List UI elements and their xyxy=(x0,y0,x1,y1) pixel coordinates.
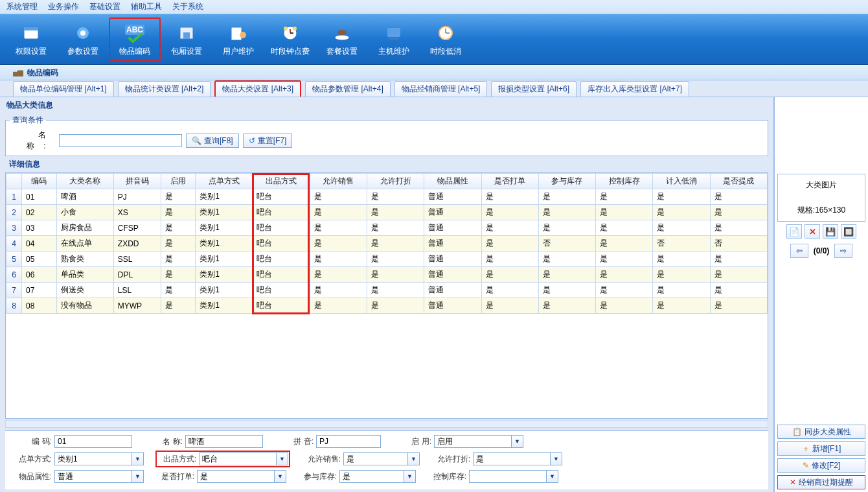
ribbon-lowtime[interactable]: 时段低消 xyxy=(420,18,472,62)
svg-point-3 xyxy=(80,30,86,36)
svg-point-9 xyxy=(240,32,246,38)
room-icon xyxy=(176,22,198,44)
ribbon-package[interactable]: 套餐设置 xyxy=(316,18,368,62)
abc-icon: ABC xyxy=(124,22,146,44)
ribbon-room[interactable]: 包厢设置 xyxy=(161,18,212,62)
menu-system[interactable]: 系统管理 xyxy=(3,0,41,14)
tab-6[interactable]: 库存出入库类型设置 [Alt+7] xyxy=(580,81,689,97)
ribbon-host[interactable]: 主机维护 xyxy=(368,18,420,62)
svg-point-17 xyxy=(337,30,347,35)
tab-2[interactable]: 物品大类设置 [Alt+3] xyxy=(214,80,301,97)
svg-rect-19 xyxy=(389,38,399,40)
menu-tools[interactable]: 辅助工具 xyxy=(127,0,166,14)
page-title: 物品编码 xyxy=(27,67,58,78)
tab-0[interactable]: 物品单位编码管理 [Alt+1] xyxy=(13,81,114,97)
menu-about[interactable]: 关于系统 xyxy=(168,0,207,14)
ribbon-auth[interactable]: 权限设置 xyxy=(5,18,57,62)
ribbon-abc[interactable]: ABC物品编码 xyxy=(109,18,161,62)
menubar: 系统管理 业务操作 基础设置 辅助工具 关于系统 xyxy=(0,0,868,14)
svg-point-16 xyxy=(335,35,349,40)
tab-1[interactable]: 物品统计类设置 [Alt+2] xyxy=(118,81,211,97)
tabbar: 物品单位编码管理 [Alt+1]物品统计类设置 [Alt+2]物品大类设置 [A… xyxy=(0,80,868,97)
host-icon xyxy=(383,22,405,44)
user-icon xyxy=(227,22,249,44)
svg-point-14 xyxy=(284,27,288,30)
lowtime-icon xyxy=(435,22,457,44)
auth-icon xyxy=(20,22,42,44)
tab-3[interactable]: 物品参数管理 [Alt+4] xyxy=(305,81,391,97)
svg-rect-7 xyxy=(183,32,190,39)
ribbon: 权限设置参数设置ABC物品编码包厢设置用户维护时段钟点费套餐设置主机维护时段低消 xyxy=(0,14,868,65)
page-title-bar: 物品编码 xyxy=(0,65,868,80)
clock-icon xyxy=(279,22,301,44)
tab-5[interactable]: 报损类型设置 [Alt+6] xyxy=(491,81,577,97)
ribbon-user[interactable]: 用户维护 xyxy=(212,18,264,62)
svg-rect-18 xyxy=(387,28,400,37)
svg-rect-1 xyxy=(24,27,38,30)
tab-4[interactable]: 物品经销商管理 [Alt+5] xyxy=(394,81,488,97)
svg-point-15 xyxy=(293,27,297,30)
menu-biz[interactable]: 业务操作 xyxy=(44,0,83,14)
ribbon-clock[interactable]: 时段钟点费 xyxy=(264,18,316,62)
menu-base[interactable]: 基础设置 xyxy=(86,0,124,14)
ribbon-gear[interactable]: 参数设置 xyxy=(57,18,109,62)
package-icon xyxy=(331,22,353,44)
gear-icon xyxy=(72,22,94,44)
